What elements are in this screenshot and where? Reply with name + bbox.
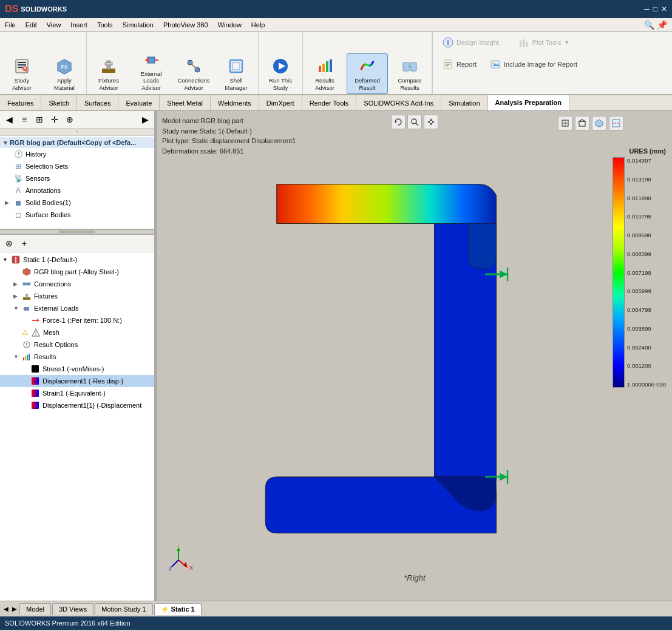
tree-selection-sets[interactable]: ⊞ Selection Sets bbox=[0, 160, 154, 172]
search-icon[interactable]: 🔍 bbox=[644, 20, 654, 30]
sim-displacement1-1[interactable]: Displacement1{1} (-Displacement bbox=[0, 399, 154, 411]
tree-solid-bodies[interactable]: ▶ ◼ Solid Bodies(1) bbox=[0, 197, 154, 209]
ribbon-section-fixtures: Fixtures Advisor External Loads Advisor … bbox=[87, 32, 259, 94]
tab-dimxpert[interactable]: DimXpert bbox=[259, 95, 302, 110]
tb-3d-btn[interactable]: ⊕ bbox=[63, 113, 76, 126]
svg-rect-17 bbox=[232, 62, 240, 70]
tb-list-btn[interactable]: ≡ bbox=[18, 113, 31, 126]
tb-plus-btn[interactable]: ✛ bbox=[48, 113, 61, 126]
sim-tree-area[interactable]: ▼ Static 1 (-Default-) RGR blog part (-A… bbox=[0, 252, 154, 601]
tb-arrow-right-btn[interactable]: ▶ bbox=[138, 113, 152, 126]
tab-scroll-right[interactable]: ▶ bbox=[11, 604, 18, 613]
sim-add-btn[interactable]: + bbox=[18, 237, 31, 250]
tab-analysis-prep[interactable]: Analysis Preparation bbox=[488, 95, 569, 110]
menu-file[interactable]: File bbox=[0, 18, 21, 31]
study-advisor-icon bbox=[12, 56, 32, 76]
tab-sheet-metal[interactable]: Sheet Metal bbox=[160, 95, 211, 110]
tab-render-tools[interactable]: Render Tools bbox=[302, 95, 357, 110]
tab-features[interactable]: Features bbox=[0, 95, 41, 110]
include-image-btn[interactable]: Include Image for Report bbox=[486, 57, 581, 72]
svg-rect-29 bbox=[520, 41, 521, 47]
sensors-icon: 📡 bbox=[13, 174, 23, 183]
part-svg bbox=[157, 111, 672, 601]
solid-bodies-icon: ◼ bbox=[13, 198, 23, 208]
tb-back-btn[interactable]: ◀ bbox=[2, 113, 16, 126]
menu-window[interactable]: Window bbox=[213, 18, 246, 31]
tb-grid-btn[interactable]: ⊞ bbox=[33, 113, 46, 126]
sim-results[interactable]: ▼ Results bbox=[0, 351, 154, 363]
svg-text:Fe: Fe bbox=[61, 64, 68, 70]
static-study-icon bbox=[11, 255, 21, 265]
tab-scroll-left[interactable]: ◀ bbox=[2, 604, 10, 613]
deformed-result-btn[interactable]: Deformed Result bbox=[347, 53, 388, 94]
menu-edit[interactable]: Edit bbox=[21, 18, 42, 31]
report-btn[interactable]: Report bbox=[439, 57, 480, 72]
connections-advisor-btn[interactable]: Connections Advisor bbox=[173, 53, 214, 94]
title-bar: DS SOLIDWORKS ─ □ ✕ bbox=[0, 0, 672, 18]
sim-stress1[interactable]: Stress1 (-vonMises-) bbox=[0, 363, 154, 375]
tree-surface-bodies[interactable]: ◻ Surface Bodies bbox=[0, 209, 154, 221]
fixtures-advisor-btn[interactable]: Fixtures Advisor bbox=[88, 53, 129, 94]
fixtures-advisor-icon bbox=[99, 56, 118, 76]
apply-material-icon: Fe bbox=[55, 56, 74, 76]
sim-force1[interactable]: Force-1 (:Per item: 100 N:) bbox=[0, 314, 154, 326]
apply-material-btn[interactable]: Fe Apply Material bbox=[44, 53, 85, 94]
plot-tools-dropdown[interactable]: ▼ bbox=[564, 39, 569, 46]
results-advisor-btn[interactable]: Results Advisor bbox=[304, 53, 345, 94]
bottom-tab-static1[interactable]: ⚡ Static 1 bbox=[154, 603, 202, 615]
external-loads-btn[interactable]: External Loads Advisor bbox=[131, 47, 172, 94]
bottom-tab-3d-views[interactable]: 3D Views bbox=[52, 603, 93, 615]
fixtures-tree-icon bbox=[22, 291, 32, 301]
run-this-study-btn[interactable]: Run This Study bbox=[260, 53, 301, 94]
study-advisor-btn[interactable]: Study Advisor bbox=[1, 53, 42, 94]
design-insight-btn[interactable]: i Design Insight bbox=[439, 35, 503, 50]
sim-mesh[interactable]: ⚠ Mesh bbox=[0, 326, 154, 339]
menu-view[interactable]: View bbox=[42, 18, 66, 31]
sim-fixtures[interactable]: ▶ Fixtures bbox=[0, 290, 154, 302]
sim-static1[interactable]: ▼ Static 1 (-Default-) bbox=[0, 254, 154, 266]
svg-marker-86 bbox=[500, 473, 507, 481]
svg-rect-2 bbox=[18, 64, 26, 66]
svg-rect-22 bbox=[326, 61, 328, 72]
menu-simulation[interactable]: Simulation bbox=[118, 18, 158, 31]
tab-surfaces[interactable]: Surfaces bbox=[77, 95, 118, 110]
bottom-tab-model[interactable]: Model bbox=[19, 603, 51, 615]
menu-insert[interactable]: Insert bbox=[66, 18, 92, 31]
mesh-icon bbox=[31, 328, 41, 337]
compare-results-btn[interactable]: Compare Results bbox=[389, 53, 430, 94]
legend-val-7: 0.005999 bbox=[627, 288, 666, 294]
sim-displacement1[interactable]: Displacement1 (-Res disp-) bbox=[0, 375, 154, 387]
tab-evaluate[interactable]: Evaluate bbox=[118, 95, 160, 110]
shell-manager-btn[interactable]: Shell Manager bbox=[216, 53, 257, 94]
tree-annotations[interactable]: A Annotations bbox=[0, 184, 154, 197]
sim-strain1[interactable]: Strain1 (-Equivalent-) bbox=[0, 387, 154, 399]
tab-simulation[interactable]: Simulation bbox=[441, 95, 487, 110]
tab-weldments[interactable]: Weldments bbox=[211, 95, 259, 110]
svg-rect-46 bbox=[25, 294, 28, 298]
menu-help[interactable]: Help bbox=[246, 18, 270, 31]
bottom-tab-motion-study[interactable]: Motion Study 1 bbox=[95, 603, 152, 615]
svg-line-15 bbox=[190, 62, 197, 70]
feature-tree-area[interactable]: ▼ RGR blog part (Default<Copy of <Defa..… bbox=[0, 136, 154, 222]
connections-icon bbox=[22, 279, 32, 289]
menu-tools[interactable]: Tools bbox=[92, 18, 118, 31]
viewport[interactable]: Model name:RGR blog part Study name:Stat… bbox=[157, 111, 672, 601]
svg-marker-41 bbox=[23, 268, 30, 275]
bottom-tabs: ◀ ▶ Model 3D Views Motion Study 1 ⚡ Stat… bbox=[0, 601, 672, 616]
tab-sketch[interactable]: Sketch bbox=[41, 95, 77, 110]
menu-photoview[interactable]: PhotoView 360 bbox=[158, 18, 213, 31]
tree-sensors[interactable]: 📡 Sensors bbox=[0, 172, 154, 184]
compare-results-icon bbox=[400, 56, 419, 76]
deformed-result-label: Deformed Result bbox=[351, 77, 384, 91]
tree-header-item[interactable]: ▼ RGR blog part (Default<Copy of <Defa..… bbox=[0, 137, 154, 148]
results-icon bbox=[22, 352, 32, 362]
tree-history[interactable]: 🕐 History bbox=[0, 148, 154, 160]
sim-external-loads[interactable]: ▼ External Loads bbox=[0, 302, 154, 314]
sim-part[interactable]: RGR blog part (-Alloy Steel-) bbox=[0, 266, 154, 278]
sim-connections[interactable]: ▶ Connections bbox=[0, 278, 154, 290]
sim-result-options[interactable]: Result Options bbox=[0, 339, 154, 351]
plot-tools-btn[interactable]: Plot Tools ▼ bbox=[515, 35, 573, 50]
sim-filter-btn[interactable]: ⊛ bbox=[2, 237, 16, 250]
tab-sw-addins[interactable]: SOLIDWORKS Add-Ins bbox=[356, 95, 441, 110]
shell-manager-icon bbox=[226, 56, 246, 76]
